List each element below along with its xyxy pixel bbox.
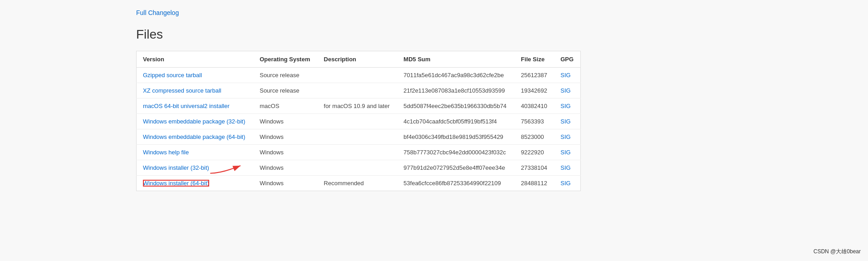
file-sig-link[interactable]: SIG [560,118,570,125]
file-size: 40382410 [515,98,554,114]
file-description [318,145,397,160]
file-size: 7563393 [515,114,554,129]
file-sig-link[interactable]: SIG [560,133,570,140]
file-os: Source release [253,68,317,83]
file-os: Source release [253,83,317,98]
file-md5: 4c1cb704caafdc5cbf05ff919bf513f4 [397,114,515,129]
file-size: 28488112 [515,176,554,191]
file-size: 25612387 [515,68,554,83]
col-os: Operating System [253,51,317,68]
file-version-link[interactable]: macOS 64-bit universal2 installer [143,103,230,109]
table-row: Windows installer (32-bit)Windows977b91d… [137,160,581,176]
file-md5: 53fea6cfcce86fb87253364990f22109 [397,176,515,191]
file-version-link[interactable]: Windows installer (32-bit) [143,164,209,171]
table-row: Windows installer (64-bit)WindowsRecomme… [137,176,581,191]
file-os: Windows [253,129,317,145]
file-sig-link[interactable]: SIG [560,180,570,187]
table-row: macOS 64-bit universal2 installermacOSfo… [137,98,581,114]
file-sig-link[interactable]: SIG [560,87,570,94]
arrow-annotation [206,154,252,178]
col-filesize: File Size [515,51,554,68]
file-md5: 758b7773027cbc94e2dd0000423f032c [397,145,515,160]
col-md5: MD5 Sum [397,51,515,68]
file-sig-link[interactable]: SIG [560,149,570,156]
file-md5: 7011fa5e61dc467ac9a98c3d62cfe2be [397,68,515,83]
file-version-link[interactable]: Gzipped source tarball [143,72,202,79]
file-sig-link[interactable]: SIG [560,103,570,109]
file-description [318,129,397,145]
file-os: macOS [253,98,317,114]
table-row: Gzipped source tarballSource release7011… [137,68,581,83]
file-md5: 5dd5087f4eec2be635b1966330db5b74 [397,98,515,114]
files-table: Version Operating System Description MD5… [136,51,581,191]
file-os: Windows [253,176,317,191]
file-os: Windows [253,145,317,160]
file-md5: 977b91d2e0727952d5e8e4ff07eee34e [397,160,515,176]
file-size: 27338104 [515,160,554,176]
file-size: 9222920 [515,145,554,160]
file-description: Recommended [318,176,397,191]
table-row: XZ compressed source tarballSource relea… [137,83,581,98]
col-version: Version [137,51,254,68]
watermark: CSDN @大雄0bear [814,248,861,256]
table-header-row: Version Operating System Description MD5… [137,51,581,68]
table-row: Windows embeddable package (32-bit)Windo… [137,114,581,129]
col-description: Description [318,51,397,68]
file-size: 8523000 [515,129,554,145]
col-gpg: GPG [554,51,580,68]
file-description: for macOS 10.9 and later [318,98,397,114]
file-version-link[interactable]: Windows help file [143,149,189,156]
file-description [318,114,397,129]
file-version-link[interactable]: Windows embeddable package (64-bit) [143,133,245,140]
file-os: Windows [253,114,317,129]
file-description [318,68,397,83]
file-size: 19342692 [515,83,554,98]
file-description [318,83,397,98]
file-version-link[interactable]: Windows installer (64-bit) [143,180,209,187]
file-description [318,160,397,176]
file-sig-link[interactable]: SIG [560,72,570,79]
files-heading: Files [136,27,850,42]
file-md5: bf4e0306c349fbd18e9819d53f955429 [397,129,515,145]
file-version-link[interactable]: Windows embeddable package (32-bit) [143,118,245,125]
file-md5: 21f2e113e087083a1e8cf10553d93599 [397,83,515,98]
file-version-link[interactable]: XZ compressed source tarball [143,87,221,94]
full-changelog-link[interactable]: Full Changelog [136,9,179,16]
file-os: Windows [253,160,317,176]
table-row: Windows help fileWindows758b7773027cbc94… [137,145,581,160]
file-sig-link[interactable]: SIG [560,164,570,171]
table-row: Windows embeddable package (64-bit)Windo… [137,129,581,145]
